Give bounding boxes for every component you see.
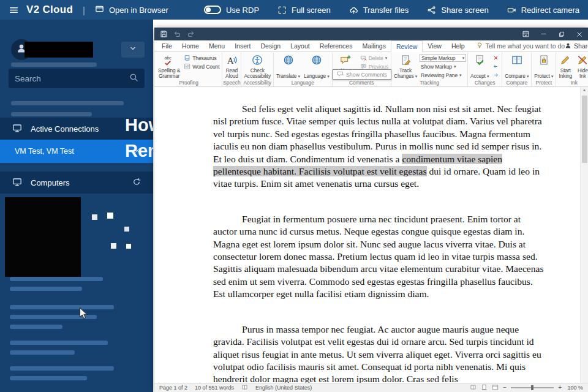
ribbon-button-prev-change[interactable]: [491, 62, 500, 70]
ribbon-button-next-change[interactable]: [491, 71, 500, 79]
topbar-action-share-screen[interactable]: Share screen: [427, 6, 488, 15]
proofing-status-icon[interactable]: [241, 384, 248, 392]
ribbon-button-label: Compare ▾: [505, 74, 529, 79]
tab-mailings[interactable]: Mailings: [357, 40, 391, 51]
tab-menu[interactable]: Menu: [204, 40, 230, 51]
ribbon-button-spelling-grammar[interactable]: abcSpelling &Grammar: [157, 53, 181, 79]
zoom-in-button[interactable]: +: [558, 385, 562, 391]
computers-header[interactable]: Computers: [0, 172, 153, 194]
zoom-slider[interactable]: [511, 387, 554, 388]
print-layout-button[interactable]: [481, 384, 488, 392]
background-tile: [111, 243, 116, 249]
tab-layout[interactable]: Layout: [285, 40, 315, 51]
ribbon-button-simple-markup[interactable]: Simple Markup▾: [420, 54, 466, 62]
trackchanges-icon: [400, 55, 411, 66]
ribbon-button-delete[interactable]: Delete▾: [359, 54, 390, 62]
svg-text:A: A: [227, 55, 234, 66]
tab-view[interactable]: View: [423, 40, 447, 51]
zoom-level[interactable]: 100 %: [566, 385, 583, 391]
ribbon-button-hide-ink[interactable]: HideInk: [575, 53, 588, 79]
person-icon: [565, 42, 571, 50]
ribbon-button-compare[interactable]: Compare ▾: [503, 53, 530, 79]
vertical-scrollbar[interactable]: ▲: [580, 87, 588, 383]
page-indicator[interactable]: Page 1 of 2: [159, 385, 187, 391]
tab-review[interactable]: Review: [391, 40, 423, 52]
ribbon-options-button[interactable]: [517, 28, 535, 40]
ribbon-button-read-aloud[interactable]: AReadAloud: [224, 53, 239, 79]
topbar-action-transfer-files[interactable]: Transfer files: [349, 6, 409, 15]
share-button[interactable]: Share: [565, 40, 588, 51]
ribbon-button-show-markup[interactable]: Show Markup▾: [420, 62, 466, 70]
redacted-username: [24, 42, 93, 58]
tab-references[interactable]: References: [315, 40, 358, 51]
read-mode-button[interactable]: [470, 384, 477, 392]
ribbon-button-label: Previous: [369, 64, 388, 70]
tab-home[interactable]: Home: [177, 40, 204, 51]
ribbon-button-word-count[interactable]: 123Word Count: [183, 62, 221, 70]
redo-button[interactable]: [187, 30, 195, 38]
dropdown-caret-icon: ▾: [454, 64, 456, 69]
ribbon-button-accept[interactable]: Accept ▾: [469, 53, 490, 79]
web-layout-button[interactable]: [492, 384, 499, 392]
fullscreen-icon: [277, 6, 287, 15]
tab-design[interactable]: Design: [255, 40, 285, 51]
ribbon-button-reject[interactable]: [491, 54, 500, 62]
zoom-out-button[interactable]: −: [503, 385, 507, 391]
ribbon-group-label: Tracking: [391, 80, 467, 86]
search-input[interactable]: [15, 74, 129, 83]
word-count[interactable]: 10 of 551 words: [195, 385, 234, 391]
topbar-action-use-rdp[interactable]: Use RDP: [204, 6, 259, 15]
tab-help[interactable]: Help: [447, 40, 470, 51]
obscured-link-bar: [10, 350, 75, 355]
save-button[interactable]: [160, 30, 168, 38]
ribbon-button-label: Protect ▾: [534, 74, 553, 79]
close-button[interactable]: [570, 28, 588, 40]
cloud-icon: [349, 6, 358, 15]
document-content: Sed felis eget velit aliquet sagittis id…: [213, 103, 544, 383]
obscured-link-bar: [10, 305, 114, 309]
ribbon-button-protect[interactable]: Protect ▾: [533, 53, 554, 79]
scroll-up-arrow[interactable]: ▲: [581, 88, 588, 92]
tab-insert[interactable]: Insert: [230, 40, 255, 51]
topbar-action-full-screen[interactable]: Full screen: [277, 6, 331, 15]
zoom-slider-thumb[interactable]: [531, 385, 533, 390]
topbar-divider: |: [83, 5, 85, 15]
chevron-down-icon: [129, 44, 137, 55]
obscured-text-bar: [11, 101, 124, 105]
ribbon-button-thesaurus[interactable]: Thesaurus: [183, 54, 221, 62]
active-connections-label: Active Connections: [31, 124, 99, 134]
refresh-button[interactable]: [132, 178, 141, 188]
monitor-icon: [12, 123, 22, 133]
wordcount-icon: 123: [184, 63, 190, 70]
background-tile: [107, 213, 113, 219]
open-in-browser-button[interactable]: Open in Browser: [95, 4, 168, 15]
document-page[interactable]: Sed felis eget velit aliquet sagittis id…: [154, 87, 580, 383]
tell-me-box[interactable]: Tell me what you want to do: [476, 40, 565, 51]
comment-icon: [337, 70, 344, 78]
undo-button[interactable]: [173, 30, 181, 38]
rdp-toggle[interactable]: [204, 6, 221, 14]
ribbon-button-translate[interactable]: Translate ▾: [275, 53, 301, 79]
search-box[interactable]: [9, 69, 145, 88]
ribbon-button-label: ReadAloud: [225, 68, 238, 80]
ribbon-button-show-comments[interactable]: Show Comments: [333, 69, 391, 80]
ribbon-button-check-accessibility[interactable]: CheckAccessibility: [243, 53, 272, 79]
account-menu-button[interactable]: [121, 42, 145, 58]
ribbon-group-accessibility: CheckAccessibilityAccessibility: [241, 53, 274, 86]
vm-thumbnail[interactable]: [5, 197, 81, 277]
ribbon-button-language[interactable]: Language ▾: [303, 53, 331, 79]
dropdown-caret-icon: ▾: [385, 56, 387, 61]
restore-button[interactable]: [552, 28, 570, 40]
tab-file[interactable]: File: [157, 40, 177, 51]
ribbon-button-start-inking[interactable]: StartInking: [557, 53, 573, 79]
topbar-action-redirect-camera[interactable]: Redirect camera: [507, 6, 579, 15]
language-indicator[interactable]: English (United States): [255, 385, 312, 391]
ribbon-button-reviewing-pane[interactable]: Reviewing Pane▾: [420, 71, 466, 79]
word-titlebar[interactable]: [154, 28, 588, 40]
hamburger-menu-button[interactable]: [9, 5, 19, 15]
dropdown-caret-icon: ▾: [487, 74, 489, 78]
prev-change-icon: [492, 63, 499, 70]
ribbon-button-track-changes[interactable]: TrackChanges ▾: [393, 53, 418, 79]
minimize-button[interactable]: [535, 28, 552, 40]
scrollbar-thumb[interactable]: [582, 96, 587, 163]
